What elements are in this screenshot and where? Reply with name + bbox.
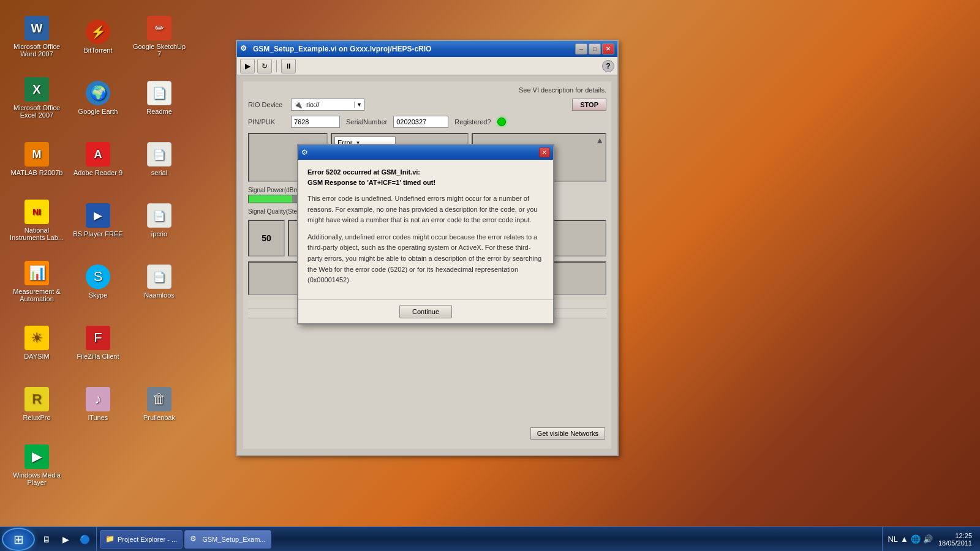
desktop-icon-ni[interactable]: NI National Instruments Lab... xyxy=(6,190,67,251)
pause-button[interactable]: ⏸ xyxy=(281,59,296,73)
bluetooth-quick-btn[interactable]: 🔵 xyxy=(76,531,93,548)
daysim-label: DAYSIM xyxy=(24,353,49,360)
ni-icon: NI xyxy=(24,200,49,224)
error-dialog-close-button[interactable]: ✕ xyxy=(539,148,550,157)
desktop-icon-matlab[interactable]: M MATLAB R2007b xyxy=(6,129,67,190)
start-button-icon: ⊞ xyxy=(13,532,24,547)
reluxpro-label: ReluxPro xyxy=(23,414,50,421)
serial-icon: 📄 xyxy=(147,142,172,167)
pin-puk-label: PIN/PUK xyxy=(248,118,285,126)
desktop-icon-prullenbak[interactable]: 🗑 Prullenbak xyxy=(129,373,190,435)
desktop-icon-adobe-reader[interactable]: A Adobe Reader 9 xyxy=(67,129,129,190)
main-window-title: GSM_Setup_Example.vi on Gxxx.lvproj/HEPS… xyxy=(253,45,575,53)
gsm-setup-icon: ⚙ xyxy=(190,534,200,544)
google-earth-icon: 🌍 xyxy=(86,81,110,105)
rio-device-value: rio:// xyxy=(305,101,354,108)
rio-device-prefix: 🔌 xyxy=(292,101,305,109)
desktop-icon-serial[interactable]: 📄 serial xyxy=(129,129,190,190)
excel-label: Microsoft Office Excel 2007 xyxy=(9,104,64,119)
itunes-icon: ♪ xyxy=(86,387,110,411)
error-dialog-footer: Continue xyxy=(298,299,553,323)
app-toolbar: ▶ ↻ ⏸ ? xyxy=(237,57,617,75)
bittorrent-label: BitTorrent xyxy=(83,47,112,54)
error-dialog-content: Error 5202 occurred at GSM_Init.vi: GSM … xyxy=(298,160,553,299)
pin-puk-input[interactable] xyxy=(291,116,340,128)
rio-device-dropdown-arrow[interactable]: ▼ xyxy=(354,102,364,108)
desktop-icon-bittorrent[interactable]: ⚡ BitTorrent xyxy=(67,6,129,67)
run-button[interactable]: ▶ xyxy=(240,59,255,73)
ipcrio-label: ipcrio xyxy=(151,230,167,238)
desktop-icon-google-earth[interactable]: 🌍 Google Earth xyxy=(67,67,129,129)
run-continuously-button[interactable]: ↻ xyxy=(257,59,272,73)
registered-led xyxy=(497,118,506,126)
desktop-icon-reluxpro[interactable]: R ReluxPro xyxy=(6,373,67,435)
google-earth-label: Google Earth xyxy=(78,108,118,115)
media-player-quick-btn[interactable]: ▶ xyxy=(57,531,74,548)
app-title-icon: ⚙ xyxy=(240,44,250,54)
tray-show-hidden-icon[interactable]: ▲ xyxy=(900,534,908,544)
serial-number-label: SerialNumber xyxy=(346,118,387,126)
start-button[interactable]: ⊞ xyxy=(2,528,35,551)
naamloos-icon: 📄 xyxy=(147,264,172,289)
taskbar-quick-launch: 🖥 ▶ 🔵 xyxy=(35,527,97,551)
prullenbak-icon: 🗑 xyxy=(147,387,172,411)
mna-icon: 📊 xyxy=(24,261,49,285)
desktop-icon-itunes[interactable]: ♪ iTunes xyxy=(67,373,129,435)
desktop-icon-skype[interactable]: S Skype xyxy=(67,251,129,312)
network-tray-icon[interactable]: 🌐 xyxy=(911,534,921,544)
minimize-button[interactable]: ─ xyxy=(575,43,587,54)
error-dialog-icon: ⚙ xyxy=(301,148,308,157)
panel-scroll-up[interactable]: ▲ xyxy=(595,135,604,145)
desktop-icon-word[interactable]: W Microsoft Office Word 2007 xyxy=(6,6,67,67)
daysim-icon: ☀ xyxy=(24,326,49,350)
error-dialog: ⚙ ✕ Error 5202 occurred at GSM_Init.vi: … xyxy=(297,144,554,324)
filezilla-icon: F xyxy=(86,326,110,350)
excel-icon: X xyxy=(24,77,49,102)
readme-label: Readme xyxy=(146,108,172,115)
bsplayer-label: BS.Player FREE xyxy=(73,230,123,238)
desktop-icon-ipcrio[interactable]: 📄 ipcrio xyxy=(129,190,190,251)
help-button[interactable]: ? xyxy=(602,60,614,72)
desktop-icon-excel[interactable]: X Microsoft Office Excel 2007 xyxy=(6,67,67,129)
desktop-icon-bsplayer[interactable]: ▶ BS.Player FREE xyxy=(67,190,129,251)
taskbar: ⊞ 🖥 ▶ 🔵 📁 Project Explorer - ... ⚙ GSM_S… xyxy=(0,527,980,551)
stop-button[interactable]: STOP xyxy=(572,99,606,111)
serial-number-input[interactable] xyxy=(393,116,448,128)
desktop-icon-naamloos[interactable]: 📄 Naamloos xyxy=(129,251,190,312)
word-label: Microsoft Office Word 2007 xyxy=(13,43,60,58)
adobe-reader-icon: A xyxy=(86,142,110,167)
desktop-icon-wmplayer[interactable]: ▶ Windows Media Player xyxy=(6,435,67,496)
continue-button[interactable]: Continue xyxy=(399,305,452,318)
taskbar-gsm-setup[interactable]: ⚙ GSM_Setup_Exam... xyxy=(184,530,271,549)
reluxpro-icon: R xyxy=(24,387,49,411)
desktop-icon-filezilla[interactable]: F FileZilla Client xyxy=(67,312,129,373)
skype-icon: S xyxy=(86,264,110,289)
get-visible-networks-button[interactable]: Get visible Networks xyxy=(530,427,605,440)
maximize-button[interactable]: □ xyxy=(589,43,601,54)
clock-date: 18/05/2011 xyxy=(938,539,972,547)
show-desktop-button[interactable]: 🖥 xyxy=(38,531,55,548)
project-explorer-icon: 📁 xyxy=(105,534,115,544)
desktop-icon-mna[interactable]: 📊 Measurement & Automation xyxy=(6,251,67,312)
desktop: W Microsoft Office Word 2007 ⚡ BitTorren… xyxy=(0,0,980,551)
error-dialog-titlebar: ⚙ ✕ xyxy=(298,145,553,160)
wmplayer-label: Windows Media Player xyxy=(9,471,64,486)
matlab-icon: M xyxy=(24,142,49,167)
desktop-icon-readme[interactable]: 📄 Readme xyxy=(129,67,190,129)
ipcrio-icon: 📄 xyxy=(147,203,172,228)
rio-device-row: RIO Device 🔌 rio:// ▼ STOP xyxy=(248,99,606,111)
mna-label: Measurement & Automation xyxy=(9,288,64,302)
desktop-icon-sketchup[interactable]: ✏ Google SketchUp 7 xyxy=(129,6,190,67)
language-indicator: NL xyxy=(888,534,898,544)
itunes-label: iTunes xyxy=(88,414,108,421)
desktop-icon-daysim[interactable]: ☀ DAYSIM xyxy=(6,312,67,373)
skype-label: Skype xyxy=(89,291,108,299)
bittorrent-icon: ⚡ xyxy=(86,20,110,44)
volume-tray-icon[interactable]: 🔊 xyxy=(923,534,933,544)
close-button[interactable]: ✕ xyxy=(602,43,614,54)
taskbar-project-explorer[interactable]: 📁 Project Explorer - ... xyxy=(100,530,183,549)
sketchup-label: Google SketchUp 7 xyxy=(132,43,187,58)
project-explorer-label: Project Explorer - ... xyxy=(118,536,177,543)
desktop-icons-container: W Microsoft Office Word 2007 ⚡ BitTorren… xyxy=(0,0,184,478)
clock-time: 12:25 xyxy=(938,532,972,539)
